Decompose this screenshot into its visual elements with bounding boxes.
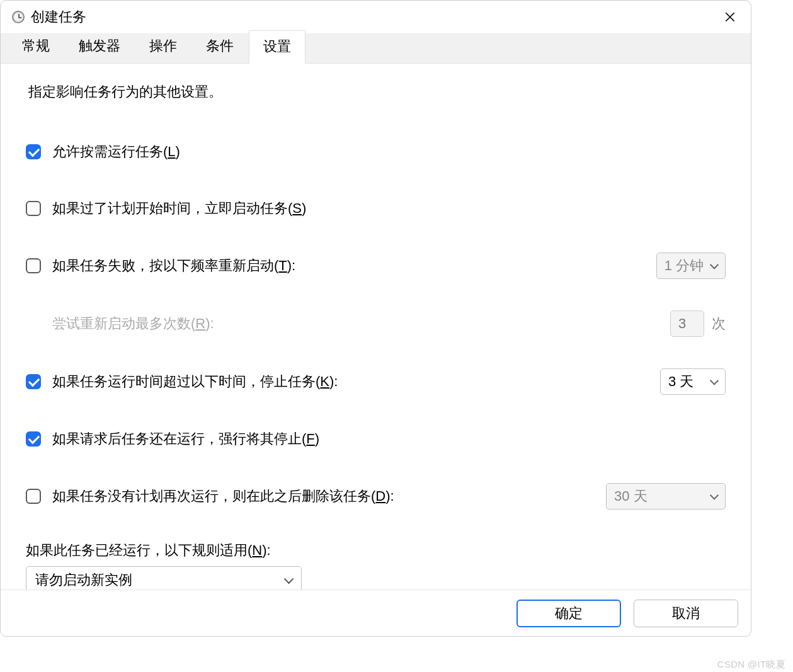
label-text: ):: [205, 316, 214, 331]
label-text: ):: [329, 373, 338, 389]
delete-after-wrap: 30 天: [606, 483, 726, 510]
checkbox-force-stop[interactable]: [26, 431, 41, 447]
tab-general[interactable]: 常规: [8, 30, 64, 63]
label-force-stop: 如果请求后任务还在运行，强行将其停止(F): [52, 430, 319, 448]
label-text: 允许按需运行任务(: [52, 144, 168, 159]
checkbox-delete-after[interactable]: [26, 489, 41, 504]
label-retry-count: 尝试重新启动最多次数(R):: [52, 314, 214, 333]
instance-rule-select[interactable]: 请勿启动新实例: [26, 566, 302, 589]
retry-count-input: 3: [670, 310, 704, 337]
tab-settings[interactable]: 设置: [249, 30, 305, 64]
stop-duration-select[interactable]: 3 天: [660, 368, 726, 395]
row-allow-on-demand: 允许按需运行任务(L): [26, 139, 726, 164]
row-start-if-missed: 如果过了计划开始时间，立即启动任务(S): [26, 196, 726, 221]
dialog-title: 创建任务: [31, 8, 86, 26]
hotkey: L: [168, 144, 175, 159]
hotkey: F: [306, 431, 314, 447]
label-text: ):: [385, 488, 394, 504]
row-delete-after: 如果任务没有计划再次运行，则在此之后删除该任务(D): 30 天: [26, 483, 726, 510]
label-start-if-missed: 如果过了计划开始时间，立即启动任务(S): [52, 199, 306, 218]
close-icon: [724, 11, 736, 23]
ok-button[interactable]: 确定: [516, 600, 621, 627]
hotkey: K: [320, 373, 329, 389]
row-retry-count: 尝试重新启动最多次数(R): 3 次: [26, 310, 726, 337]
label-text: ): [315, 431, 319, 447]
label-text: 如果请求后任务还在运行，强行将其停止(: [52, 431, 306, 447]
restart-interval-wrap: 1 分钟: [656, 253, 726, 279]
create-task-dialog: 创建任务 常规 触发器 操作 条件 设置 指定影响任务行为的其他设置。 允许按需…: [0, 0, 751, 637]
label-text: 如果任务没有计划再次运行，则在此之后删除该任务(: [52, 488, 375, 504]
retry-count-suffix: 次: [712, 314, 726, 333]
row-restart-on-fail: 如果任务失败，按以下频率重新启动(T): 1 分钟: [26, 253, 726, 279]
settings-panel: 指定影响任务行为的其他设置。 允许按需运行任务(L) 如果过了计划开始时间，立即…: [1, 64, 751, 589]
label-text: 尝试重新启动最多次数(: [52, 316, 195, 331]
tab-conditions[interactable]: 条件: [192, 30, 248, 63]
label-delete-after: 如果任务没有计划再次运行，则在此之后删除该任务(D):: [52, 487, 394, 506]
label-stop-if-long: 如果任务运行时间超过以下时间，停止任务(K):: [52, 372, 338, 391]
checkbox-restart-on-fail[interactable]: [26, 258, 41, 273]
hotkey: N: [252, 542, 262, 558]
delete-after-select: 30 天: [606, 483, 726, 510]
stop-duration-wrap: 3 天: [660, 368, 726, 395]
restart-interval-select: 1 分钟: [656, 253, 726, 279]
label-text: ): [176, 144, 180, 159]
label-text: 如果此任务已经运行，以下规则适用(: [26, 542, 252, 558]
settings-description: 指定影响任务行为的其他设置。: [28, 83, 726, 101]
watermark: CSDN @IT晓夏: [717, 659, 785, 671]
tab-triggers[interactable]: 触发器: [65, 30, 134, 63]
label-text: ):: [262, 542, 270, 558]
label-text: 如果任务失败，按以下频率重新启动(: [52, 258, 278, 273]
tab-bar: 常规 触发器 操作 条件 设置: [1, 33, 751, 64]
close-button[interactable]: [716, 3, 745, 31]
row-force-stop: 如果请求后任务还在运行，强行将其停止(F): [26, 426, 726, 452]
hotkey: T: [278, 258, 287, 273]
label-text: 如果过了计划开始时间，立即启动任务(: [52, 200, 292, 216]
dialog-footer: 确定 取消: [1, 589, 751, 636]
label-text: ):: [287, 258, 295, 273]
checkbox-start-if-missed[interactable]: [26, 201, 41, 216]
label-text: 如果任务运行时间超过以下时间，停止任务(: [52, 373, 320, 389]
row-stop-if-long: 如果任务运行时间超过以下时间，停止任务(K): 3 天: [26, 368, 726, 395]
checkbox-stop-if-long[interactable]: [26, 374, 41, 389]
hotkey: R: [195, 316, 205, 331]
cancel-button[interactable]: 取消: [634, 600, 738, 627]
label-restart-on-fail: 如果任务失败，按以下频率重新启动(T):: [52, 256, 295, 275]
label-allow-on-demand: 允许按需运行任务(L): [52, 142, 180, 161]
checkbox-allow-on-demand[interactable]: [26, 144, 41, 159]
hotkey: D: [375, 488, 385, 504]
hotkey: S: [292, 200, 302, 216]
titlebar: 创建任务: [1, 1, 751, 33]
tab-actions[interactable]: 操作: [135, 30, 191, 63]
retry-count-wrap: 3 次: [670, 310, 726, 337]
label-text: ): [302, 200, 306, 216]
label-instance-rule: 如果此任务已经运行，以下规则适用(N):: [26, 541, 726, 560]
clock-icon: [12, 11, 25, 23]
